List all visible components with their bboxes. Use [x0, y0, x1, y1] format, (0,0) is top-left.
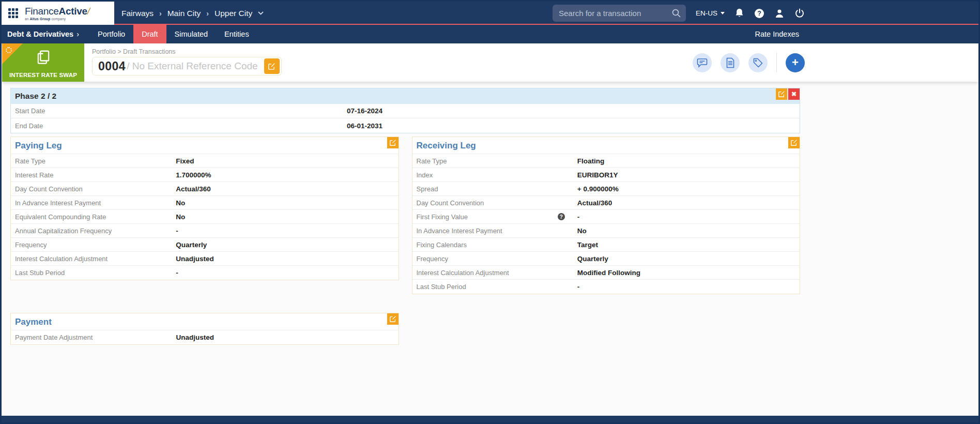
- row-label: First Fixing Value?: [412, 213, 577, 221]
- edit-pencil-icon: [790, 139, 798, 146]
- table-row: IndexEURIBOR1Y: [412, 168, 800, 182]
- row-value: No: [176, 213, 185, 221]
- row-label: Last Stub Period: [11, 269, 176, 277]
- table-row: In Advance Interest PaymentNo: [11, 196, 399, 210]
- row-label: Spread: [412, 185, 577, 193]
- phase-table: Start Date07-16-2024End Date06-01-2031: [11, 104, 800, 133]
- edit-receiving-leg-button[interactable]: [788, 137, 800, 148]
- table-row: Interest Calculation AdjustmentModified …: [412, 266, 800, 280]
- receiving-leg-header: Receiving Leg: [412, 137, 800, 154]
- comments-button[interactable]: [693, 53, 712, 72]
- row-label: Interest Calculation Adjustment: [11, 255, 176, 263]
- nav-item-debt-derivatives[interactable]: Debt & Derivatives›: [7, 25, 89, 43]
- nav-item-entities[interactable]: Entities: [216, 25, 257, 43]
- breadcrumb-item-main-city[interactable]: Main City: [167, 9, 201, 18]
- row-label: Day Count Convention: [412, 199, 577, 207]
- transaction-title-bar: INTEREST RATE SWAP Portfolio > Draft Tra…: [2, 43, 978, 82]
- help-icon[interactable]: ?: [754, 8, 764, 19]
- search-icon[interactable]: [671, 8, 681, 18]
- table-row: Payment Date AdjustmentUnadjusted: [11, 330, 399, 344]
- corner-ribbon: [2, 43, 23, 64]
- power-icon[interactable]: [794, 8, 805, 19]
- logo-box: FinanceActive/ an Altus Group company: [2, 2, 114, 25]
- chevron-right-icon: ›: [206, 9, 209, 18]
- transaction-id-field: 0004 / No External Reference Code: [92, 57, 282, 75]
- table-row: Rate TypeFixed: [11, 154, 399, 168]
- plus-icon: +: [792, 57, 799, 68]
- tag-icon: [753, 57, 763, 68]
- row-label: Payment Date Adjustment: [11, 334, 176, 341]
- row-value: Target: [577, 241, 598, 249]
- edit-pencil-icon: [389, 315, 396, 323]
- edit-phase-button[interactable]: [776, 88, 787, 100]
- edit-reference-button[interactable]: [264, 58, 280, 74]
- header-right-group: EN-US ?: [553, 2, 805, 25]
- caret-down-icon: [721, 12, 725, 14]
- delete-phase-button[interactable]: ✖: [788, 88, 800, 100]
- svg-text:?: ?: [757, 10, 761, 17]
- app-launcher-icon[interactable]: [8, 8, 18, 18]
- section-title: Paying Leg: [15, 141, 62, 151]
- bottom-bar: [2, 416, 978, 422]
- bell-icon[interactable]: [734, 8, 744, 19]
- row-value: + 0.900000%: [577, 185, 619, 193]
- breadcrumb: Fairways › Main City › Upper City: [121, 2, 264, 25]
- breadcrumb-item-upper-city[interactable]: Upper City: [215, 9, 252, 18]
- row-label: Rate Type: [11, 157, 176, 165]
- row-label: Fixing Calendars: [412, 241, 577, 249]
- search-box[interactable]: [553, 5, 686, 22]
- document-icon: [726, 57, 735, 68]
- edit-payment-button[interactable]: [387, 313, 399, 325]
- table-row: Day Count ConventionActual/360: [11, 182, 399, 196]
- nav-item-simulated[interactable]: Simulated: [166, 25, 216, 43]
- phase-section: Phase 2 / 2 ✖ Start Date07-16-2024End Da…: [10, 88, 800, 133]
- row-value: Actual/360: [577, 199, 612, 207]
- documents-button[interactable]: [721, 53, 740, 72]
- row-label: Last Stub Period: [412, 283, 577, 291]
- swap-document-icon: [37, 50, 50, 67]
- logo: FinanceActive/ an Altus Group company: [25, 6, 90, 21]
- table-row: Last Stub Period-: [412, 280, 800, 294]
- breadcrumb-item-fairways[interactable]: Fairways: [121, 9, 154, 18]
- row-label: In Advance Interest Payment: [11, 199, 176, 207]
- search-input[interactable]: [559, 9, 671, 18]
- edit-pencil-icon: [268, 63, 275, 70]
- nav-item-rate-indexes[interactable]: Rate Indexes: [755, 25, 799, 43]
- close-icon: ✖: [791, 90, 797, 98]
- row-value: Quarterly: [176, 241, 207, 249]
- table-row: Spread+ 0.900000%: [412, 182, 800, 196]
- payment-header: Payment: [11, 313, 399, 330]
- table-row: End Date06-01-2031: [11, 118, 800, 133]
- row-value: Modified Following: [577, 269, 640, 277]
- receiving-leg-section: Receiving Leg Rate TypeFloatingIndexEURI…: [412, 137, 801, 294]
- row-label: Annual Capitalization Frequency: [11, 227, 176, 235]
- row-value: Unadjusted: [176, 255, 214, 263]
- tags-button[interactable]: [748, 53, 768, 72]
- table-row: First Fixing Value?-: [412, 210, 800, 224]
- paying-leg-table: Rate TypeFixedInterest Rate1.700000%Day …: [11, 154, 399, 280]
- section-title: Payment: [15, 317, 52, 327]
- row-value: -: [176, 227, 178, 235]
- row-value: Unadjusted: [176, 334, 214, 341]
- nav-item-draft[interactable]: Draft: [133, 25, 166, 43]
- nav-item-portfolio[interactable]: Portfolio: [89, 25, 133, 43]
- row-label: In Advance Interest Payment: [412, 227, 577, 235]
- table-row: In Advance Interest PaymentNo: [412, 224, 800, 238]
- edit-pencil-icon: [389, 139, 396, 146]
- user-icon[interactable]: [774, 8, 785, 19]
- main-content: Phase 2 / 2 ✖ Start Date07-16-2024End Da…: [2, 82, 978, 416]
- edit-paying-leg-button[interactable]: [387, 137, 399, 148]
- row-label: Frequency: [412, 255, 577, 263]
- add-transaction-button[interactable]: +: [786, 53, 805, 72]
- chevron-down-icon[interactable]: [258, 11, 264, 15]
- row-value: No: [176, 199, 185, 207]
- locale-selector[interactable]: EN-US: [696, 9, 725, 17]
- table-row: Day Count ConventionActual/360: [412, 196, 800, 210]
- table-row: Interest Calculation AdjustmentUnadjuste…: [11, 252, 399, 266]
- help-icon[interactable]: ?: [558, 213, 565, 220]
- table-row: Last Stub Period-: [11, 266, 399, 280]
- page-breadcrumb: Portfolio > Draft Transactions: [92, 48, 282, 55]
- phase-header: Phase 2 / 2 ✖: [11, 88, 800, 104]
- paying-leg-section: Paying Leg Rate TypeFixedInterest Rate1.…: [10, 137, 399, 280]
- row-label: Rate Type: [412, 157, 577, 165]
